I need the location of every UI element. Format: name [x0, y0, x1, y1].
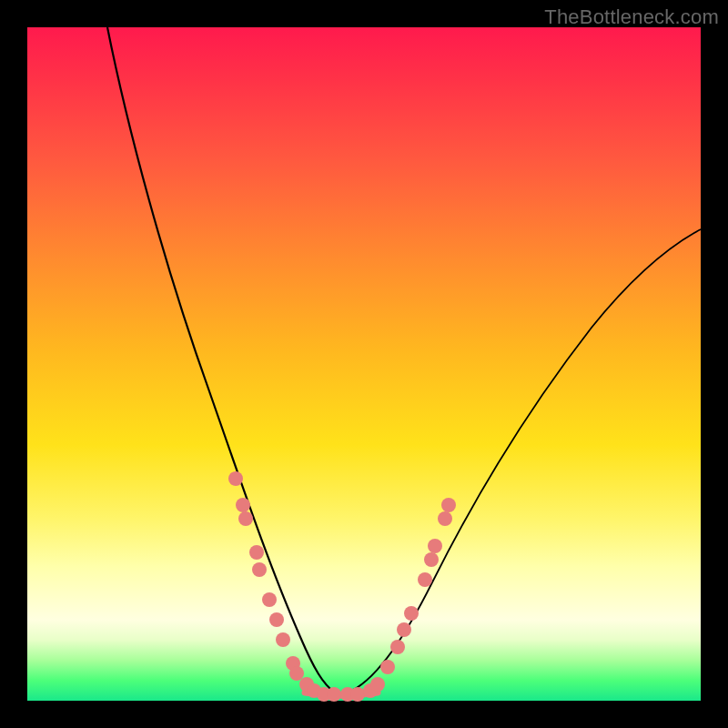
svg-point-6 — [269, 612, 284, 627]
svg-point-22 — [418, 572, 432, 587]
svg-point-9 — [289, 666, 304, 681]
svg-point-20 — [397, 622, 411, 637]
chart-svg — [27, 27, 701, 701]
svg-point-7 — [276, 632, 290, 647]
svg-point-25 — [438, 511, 452, 526]
svg-point-26 — [441, 498, 456, 512]
plot-area — [27, 27, 701, 701]
chart-frame: TheBottleneck.com — [0, 0, 728, 728]
svg-point-13 — [327, 687, 341, 702]
svg-point-4 — [252, 562, 267, 577]
svg-point-19 — [390, 640, 405, 654]
svg-point-5 — [262, 592, 277, 607]
right-curve — [348, 229, 701, 693]
svg-point-24 — [428, 539, 442, 553]
svg-point-23 — [424, 552, 439, 567]
svg-point-21 — [404, 606, 419, 621]
svg-point-1 — [236, 498, 250, 512]
svg-point-15 — [350, 687, 365, 702]
marker-group — [228, 471, 456, 702]
svg-point-18 — [380, 660, 395, 674]
watermark-text: TheBottleneck.com — [544, 5, 719, 29]
svg-point-0 — [228, 471, 243, 486]
svg-point-17 — [370, 677, 385, 692]
svg-point-2 — [238, 511, 253, 526]
svg-point-3 — [249, 545, 264, 560]
left-curve — [107, 27, 335, 693]
